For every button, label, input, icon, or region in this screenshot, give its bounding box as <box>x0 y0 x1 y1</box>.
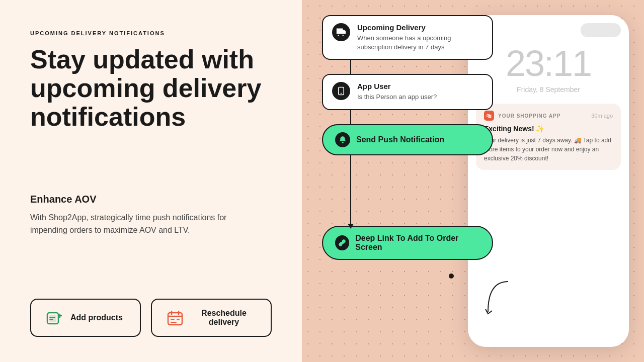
notification-time: 30m ago <box>591 113 613 119</box>
buttons-row: Add products Reschedule delivery <box>30 299 272 337</box>
add-products-icon <box>45 309 63 327</box>
flow-diagram: Upcoming Delivery When someone has a upc… <box>322 15 493 260</box>
add-products-button[interactable]: Add products <box>30 299 141 337</box>
connector-2 <box>350 110 351 124</box>
app-user-card: App User Is this Person an app user? <box>322 74 493 110</box>
upcoming-delivery-card: Upcoming Delivery When someone has a upc… <box>322 15 493 60</box>
app-user-icon <box>332 82 350 100</box>
phone-status-pill <box>581 23 621 37</box>
app-user-content: App User Is this Person an app user? <box>357 82 437 102</box>
app-user-title: App User <box>357 82 437 90</box>
arrow-tip <box>348 224 354 229</box>
notification-title: Exciting News! ✨ <box>484 125 613 133</box>
delivery-icon <box>332 23 350 41</box>
deep-link-pill: Deep Link To Add To Order Screen <box>322 226 493 260</box>
connector-1 <box>350 60 351 74</box>
link-icon <box>335 235 349 250</box>
enhance-description: With Shop2App, strategically time push n… <box>30 211 242 237</box>
left-panel: UPCOMING DELIVERY NOTIFICATIONS Stay upd… <box>0 0 302 362</box>
connection-dot <box>449 274 454 279</box>
notification-app-name: YOUR SHOPPING APP <box>498 113 560 119</box>
send-push-notification-pill: Send Push Notification <box>322 124 493 155</box>
enhance-title: Enhance AOV <box>30 194 272 205</box>
reschedule-delivery-button[interactable]: Reschedule delivery <box>151 299 272 337</box>
notification-card: 🛍 YOUR SHOPPING APP 30m ago Exciting New… <box>476 104 621 170</box>
connector-3 <box>350 155 351 226</box>
app-user-subtitle: Is this Person an app user? <box>357 93 437 102</box>
section-label: UPCOMING DELIVERY NOTIFICATIONS <box>30 30 272 36</box>
svg-rect-2 <box>168 313 182 325</box>
notification-body: Your delivery is just 7 days away. 🚚 Tap… <box>484 136 613 163</box>
reschedule-icon <box>166 309 184 327</box>
notification-header: 🛍 YOUR SHOPPING APP 30m ago <box>484 111 613 121</box>
add-products-label: Add products <box>70 313 123 322</box>
bell-icon <box>335 132 350 147</box>
svg-point-4 <box>341 93 342 94</box>
right-panel: Upcoming Delivery When someone has a upc… <box>302 0 644 362</box>
deep-link-label: Deep Link To Add To Order Screen <box>355 234 480 252</box>
upcoming-delivery-content: Upcoming Delivery When someone has a upc… <box>357 23 483 52</box>
upcoming-delivery-subtitle: When someone has a upcoming subscription… <box>357 34 483 52</box>
curved-arrow <box>483 277 513 317</box>
main-heading: Stay updated with upcoming delivery noti… <box>30 45 272 132</box>
upcoming-delivery-title: Upcoming Delivery <box>357 23 483 32</box>
notification-app-info: 🛍 YOUR SHOPPING APP <box>484 111 560 121</box>
send-push-label: Send Push Notification <box>356 135 444 144</box>
enhance-section: Enhance AOV With Shop2App, strategically… <box>30 194 272 237</box>
reschedule-delivery-label: Reschedule delivery <box>191 309 257 327</box>
